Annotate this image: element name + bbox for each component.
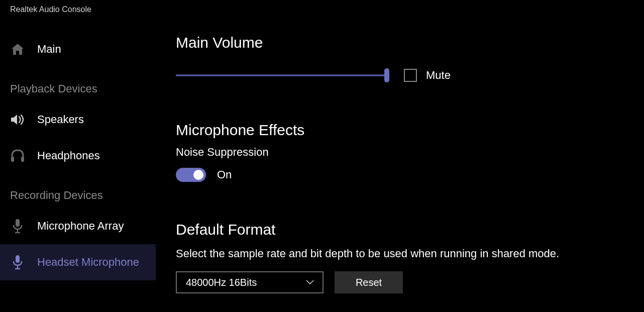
noise-suppression-label: Noise Suppression xyxy=(176,146,624,159)
svg-rect-2 xyxy=(16,219,20,227)
slider-track xyxy=(176,75,387,76)
sidebar-item-headphones[interactable]: Headphones xyxy=(0,138,156,174)
default-format-description: Select the sample rate and bit depth to … xyxy=(176,247,624,260)
sidebar-item-label: Headset Microphone xyxy=(37,256,139,269)
sidebar-item-headset-microphone[interactable]: Headset Microphone xyxy=(0,244,156,280)
sidebar-item-label: Speakers xyxy=(37,113,84,126)
microphone-icon xyxy=(10,219,25,234)
checkbox-label: Mute xyxy=(426,69,451,82)
select-value: 48000Hz 16Bits xyxy=(186,277,257,288)
microphone-icon xyxy=(10,255,25,270)
sidebar-item-main[interactable]: Main xyxy=(0,31,156,67)
sidebar-item-speakers[interactable]: Speakers xyxy=(0,101,156,138)
main-volume-slider[interactable] xyxy=(176,68,387,82)
section-heading-default-format: Default Format xyxy=(176,221,624,238)
content-pane: Main Volume Mute Microphone Effects Nois… xyxy=(156,17,644,312)
sidebar-heading-playback: Playback Devices xyxy=(0,67,156,101)
checkbox-box[interactable] xyxy=(404,69,417,82)
svg-rect-0 xyxy=(11,157,14,162)
sidebar-item-microphone-array[interactable]: Microphone Array xyxy=(0,208,156,244)
sidebar-item-label: Main xyxy=(37,43,61,56)
toggle-knob xyxy=(193,170,203,180)
svg-rect-5 xyxy=(16,255,20,263)
sidebar-item-label: Microphone Array xyxy=(37,220,124,233)
slider-thumb[interactable] xyxy=(384,68,389,82)
sidebar: Main Playback Devices Speakers xyxy=(0,17,156,312)
section-heading-microphone-effects: Microphone Effects xyxy=(176,122,624,139)
mute-checkbox[interactable]: Mute xyxy=(404,69,451,82)
sidebar-heading-recording: Recording Devices xyxy=(0,174,156,208)
home-icon xyxy=(10,42,25,57)
section-heading-main-volume: Main Volume xyxy=(176,34,624,51)
chevron-down-icon xyxy=(305,279,314,285)
toggle-state-label: On xyxy=(217,168,232,181)
app-title: Realtek Audio Console xyxy=(0,0,644,17)
sample-rate-select[interactable]: 48000Hz 16Bits xyxy=(176,271,324,293)
svg-rect-1 xyxy=(21,157,24,162)
noise-suppression-toggle[interactable] xyxy=(176,168,206,182)
sidebar-item-label: Headphones xyxy=(37,149,100,162)
reset-button[interactable]: Reset xyxy=(335,271,403,293)
headphones-icon xyxy=(10,148,25,163)
speaker-icon xyxy=(10,112,25,127)
